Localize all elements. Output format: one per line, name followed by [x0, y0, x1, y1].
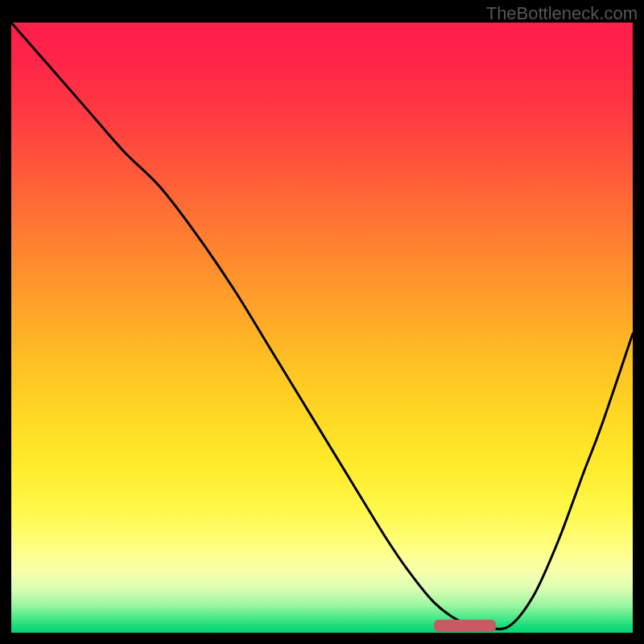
plot-svg: [11, 23, 633, 633]
plot-area: [11, 23, 633, 633]
watermark-text: TheBottleneck.com: [486, 3, 638, 24]
baseline-marker: [434, 620, 496, 632]
gradient-background: [11, 23, 633, 633]
chart-container: TheBottleneck.com: [0, 0, 644, 644]
